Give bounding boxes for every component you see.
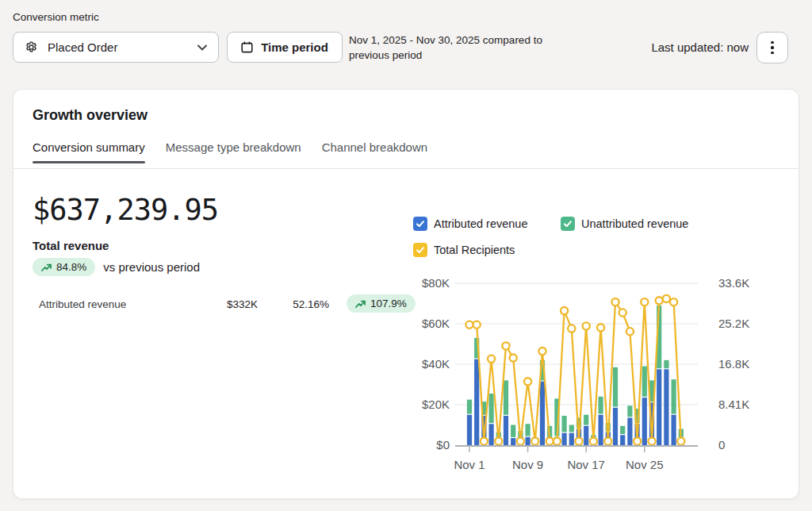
recipients-point[interactable] (538, 348, 546, 355)
legend-item-unattributed-revenue[interactable]: Unattributed revenue (561, 217, 688, 231)
recipients-point[interactable] (495, 438, 502, 445)
recipients-point[interactable] (663, 295, 670, 302)
bar-unattributed[interactable] (672, 379, 676, 413)
recipients-point[interactable] (546, 438, 553, 445)
recipients-point[interactable] (473, 321, 481, 328)
bar-unattributed[interactable] (642, 367, 647, 397)
recipients-point[interactable] (619, 309, 626, 316)
recipients-point[interactable] (597, 324, 604, 331)
left-axis-label: $60K (422, 317, 450, 330)
recipients-point[interactable] (510, 355, 517, 362)
recipients-point[interactable] (611, 298, 619, 305)
x-axis-label: Nov 25 (626, 458, 664, 471)
recipients-point[interactable] (656, 297, 663, 304)
bar-unattributed[interactable] (562, 416, 567, 432)
metric-row-share: 52.16% (261, 298, 329, 310)
legend-checkbox[interactable] (413, 217, 427, 231)
right-axis-label: 16.8K (718, 357, 749, 371)
bar-attributed[interactable] (569, 433, 574, 445)
chevron-down-icon (197, 44, 207, 51)
recipients-point[interactable] (531, 438, 538, 445)
bar-unattributed[interactable] (489, 394, 494, 423)
metric-row-label: Attributed revenue (39, 298, 126, 310)
bar-unattributed[interactable] (569, 425, 574, 432)
date-range-text: Nov 1, 2025 - Nov 30, 2025 compared to p… (349, 33, 580, 63)
left-axis-label: $40K (422, 357, 450, 371)
recipients-point[interactable] (517, 438, 524, 445)
recipients-point[interactable] (481, 438, 488, 445)
bar-attributed[interactable] (474, 359, 479, 445)
time-period-button[interactable]: Time period (227, 32, 343, 63)
bar-unattributed[interactable] (467, 400, 472, 414)
legend-checkbox[interactable] (413, 243, 427, 257)
conversion-metric-label: Conversion metric (13, 11, 99, 23)
recipients-point[interactable] (670, 298, 677, 305)
bar-attributed[interactable] (511, 438, 515, 445)
legend-checkbox[interactable] (561, 217, 575, 231)
recipients-point[interactable] (634, 438, 641, 445)
recipients-point[interactable] (604, 438, 611, 445)
growth-chart[interactable]: $00$20K8.41K$40K16.8K$60K25.2K$80K33.6KN… (414, 272, 787, 485)
recipients-point[interactable] (553, 438, 561, 445)
bar-attributed[interactable] (664, 369, 668, 445)
bar-unattributed[interactable] (511, 425, 515, 437)
right-axis-label: 0 (718, 438, 725, 451)
conversion-metric-dropdown[interactable]: Placed Order (13, 32, 219, 63)
recipients-point[interactable] (626, 328, 634, 335)
left-axis-label: $0 (436, 438, 450, 451)
recipients-point[interactable] (502, 342, 509, 349)
checkmark-icon (416, 219, 425, 229)
bar-attributed[interactable] (489, 424, 494, 445)
legend-label: Unattributed revenue (581, 217, 688, 230)
bar-unattributed[interactable] (526, 424, 530, 436)
more-options-button[interactable] (756, 32, 788, 63)
legend-label: Total Recipients (434, 244, 515, 256)
trend-up-icon (41, 263, 52, 272)
tab-conversion-summary[interactable]: Conversion summary (33, 140, 145, 163)
bar-attributed[interactable] (467, 415, 472, 445)
bar-attributed[interactable] (620, 435, 625, 445)
recipients-point[interactable] (568, 325, 575, 332)
tabs-divider (13, 168, 799, 169)
bar-unattributed[interactable] (620, 426, 625, 434)
bar-attributed[interactable] (613, 408, 618, 445)
recipients-point[interactable] (561, 307, 568, 314)
bar-unattributed[interactable] (664, 360, 668, 368)
bar-attributed[interactable] (599, 415, 603, 445)
legend-item-total-recipients[interactable]: Total Recipients (413, 243, 515, 257)
gear-icon (25, 40, 38, 54)
bar-attributed[interactable] (584, 426, 588, 445)
bar-unattributed[interactable] (613, 367, 618, 407)
bar-attributed[interactable] (642, 398, 647, 445)
recipients-point[interactable] (583, 322, 590, 329)
metric-row-change-badge: 107.9% (347, 294, 416, 313)
recipients-point[interactable] (648, 438, 655, 445)
legend-item-attributed-revenue[interactable]: Attributed revenue (413, 217, 528, 231)
bar-attributed[interactable] (540, 382, 545, 445)
bar-unattributed[interactable] (504, 380, 508, 414)
bar-unattributed[interactable] (627, 405, 632, 417)
bar-attributed[interactable] (504, 416, 508, 445)
tab-message-type-breakdown[interactable]: Message type breakdown (166, 140, 301, 163)
recipients-point[interactable] (524, 378, 531, 385)
bar-attributed[interactable] (672, 415, 676, 445)
bar-attributed[interactable] (526, 437, 530, 445)
kebab-menu-icon (771, 41, 773, 44)
recipients-point[interactable] (488, 355, 495, 363)
recipients-point[interactable] (465, 321, 473, 328)
tab-channel-breakdown[interactable]: Channel breakdown (322, 140, 427, 163)
recipients-line (469, 298, 681, 441)
bar-unattributed[interactable] (599, 397, 603, 414)
recipients-point[interactable] (590, 438, 597, 445)
bar-attributed[interactable] (562, 433, 567, 445)
bar-attributed[interactable] (627, 418, 632, 445)
tab-bar: Conversion summaryMessage type breakdown… (33, 140, 427, 163)
calendar-icon (241, 41, 253, 53)
recipients-point[interactable] (641, 298, 648, 305)
recipients-point[interactable] (677, 438, 684, 445)
recipients-point[interactable] (575, 438, 582, 445)
bar-unattributed[interactable] (584, 415, 588, 425)
change-context: vs previous period (103, 260, 200, 274)
x-axis-label: Nov 1 (454, 458, 485, 471)
bar-attributed[interactable] (657, 369, 661, 445)
